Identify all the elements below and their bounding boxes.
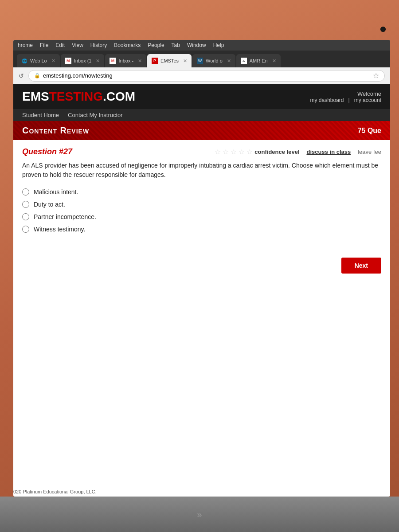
bookmark-star-icon[interactable]: ☆ <box>373 71 379 80</box>
star-1[interactable]: ☆ <box>215 148 221 156</box>
tab-amr-label: AMR En <box>250 58 268 63</box>
option-4-label: Witness testimony. <box>34 226 85 233</box>
star-2[interactable]: ☆ <box>223 148 229 156</box>
menu-file[interactable]: File <box>40 42 48 48</box>
star-4[interactable]: ☆ <box>239 148 245 156</box>
menu-edit[interactable]: Edit <box>55 42 65 48</box>
my-dashboard-link[interactable]: my dashboard <box>310 97 344 103</box>
address-url: emstesting.com/nowtesting <box>43 72 113 79</box>
camera-dot <box>380 27 386 32</box>
reload-icon[interactable]: ↺ <box>19 72 24 79</box>
logo-ems: EMS <box>22 90 49 103</box>
menu-hrome[interactable]: hrome <box>18 42 33 48</box>
logo-testing: TESTING <box>49 90 103 103</box>
tab-inbox2[interactable]: M Inbox - ✕ <box>105 54 146 67</box>
site-header: EMSTESTING.COM Welcome my dashboard | my… <box>13 84 390 109</box>
world-favicon: W <box>197 58 203 64</box>
option-2-label: Duty to act. <box>34 201 65 208</box>
question-text: An ALS provider has been accused of negl… <box>22 161 381 180</box>
answer-option-1[interactable]: Malicious intent. <box>22 188 381 196</box>
question-area: Question #27 ☆ ☆ ☆ ☆ ☆ confidence level … <box>13 140 390 253</box>
radio-2[interactable] <box>22 201 29 208</box>
menu-bookmarks[interactable]: Bookmarks <box>114 42 141 48</box>
question-count: 75 Que <box>358 127 381 135</box>
lock-icon: 🔒 <box>34 73 40 78</box>
discuss-in-class-link[interactable]: discuss in class <box>307 149 351 155</box>
logo-com: .COM <box>103 90 135 103</box>
tab-inbox1-label: Inbox (1 <box>74 58 92 63</box>
nav-student-home[interactable]: Student Home <box>22 112 59 118</box>
question-number: Question #27 <box>22 147 72 156</box>
tab-inbox2-label: Inbox - <box>118 58 133 63</box>
my-account-link[interactable]: my account <box>354 97 381 103</box>
header-links: my dashboard | my account <box>310 97 381 103</box>
tab-emste-label: EMSTes <box>160 58 179 63</box>
question-header: Question #27 ☆ ☆ ☆ ☆ ☆ confidence level … <box>22 147 381 156</box>
tab-amr-close[interactable]: ✕ <box>272 58 276 64</box>
amr-favicon: A <box>241 58 247 64</box>
taskbar-area: » <box>0 497 399 532</box>
tab-inbox1[interactable]: M Inbox (1 ✕ <box>61 54 105 67</box>
tab-world-label: World o <box>206 58 223 63</box>
site-nav: Student Home Contact My Instructor <box>13 109 390 121</box>
leave-feedback-link[interactable]: leave fee <box>358 149 381 155</box>
radio-1[interactable] <box>22 188 29 196</box>
radio-3[interactable] <box>22 213 29 220</box>
menu-tab[interactable]: Tab <box>172 42 180 48</box>
tab-emste-close[interactable]: ✕ <box>183 58 187 64</box>
menu-history[interactable]: History <box>90 42 107 48</box>
taskbar-chevron-icon: » <box>197 509 202 520</box>
confidence-label: confidence level <box>254 149 299 155</box>
emste-favicon: P <box>152 58 158 64</box>
menu-window[interactable]: Window <box>187 42 206 48</box>
answer-option-4[interactable]: Witness testimony. <box>22 226 381 233</box>
tab-world[interactable]: W World o ✕ <box>192 54 235 67</box>
menu-view[interactable]: View <box>72 42 83 48</box>
browser-screen: hrome File Edit View History Bookmarks P… <box>13 40 390 497</box>
website-content: EMSTESTING.COM Welcome my dashboard | my… <box>13 84 390 497</box>
site-footer: 020 Platinum Educational Group, LLC. <box>13 489 97 494</box>
menu-help[interactable]: Help <box>213 42 224 48</box>
star-3[interactable]: ☆ <box>231 148 237 156</box>
tab-inbox2-close[interactable]: ✕ <box>138 58 142 64</box>
star-5[interactable]: ☆ <box>246 148 253 156</box>
header-right: Welcome my dashboard | my account <box>310 90 381 103</box>
answer-option-2[interactable]: Duty to act. <box>22 201 381 208</box>
gmail-favicon-2: M <box>110 58 116 64</box>
content-review-title: Content Review <box>22 125 89 136</box>
copyright-text: 020 Platinum Educational Group, LLC. <box>13 489 97 494</box>
nav-contact-instructor[interactable]: Contact My Instructor <box>68 112 123 118</box>
tab-web-lo[interactable]: 🌐 Web Lo ✕ <box>17 54 60 67</box>
tab-world-close[interactable]: ✕ <box>227 58 231 64</box>
chrome-tab-bar: 🌐 Web Lo ✕ M Inbox (1 ✕ M Inbox - ✕ P EM… <box>13 51 390 67</box>
welcome-text: Welcome <box>310 90 381 97</box>
tab-web-lo-label: Web Lo <box>30 58 47 63</box>
header-divider: | <box>348 97 350 103</box>
gmail-favicon-1: M <box>65 58 71 64</box>
tab-inbox1-close[interactable]: ✕ <box>96 58 100 64</box>
answer-option-3[interactable]: Partner incompetence. <box>22 213 381 220</box>
chrome-address-bar: ↺ 🔒 emstesting.com/nowtesting ☆ <box>13 67 390 84</box>
confidence-stars[interactable]: ☆ ☆ ☆ ☆ ☆ confidence level <box>215 148 299 156</box>
menu-people[interactable]: People <box>148 42 164 48</box>
radio-4[interactable] <box>22 226 29 233</box>
question-meta: ☆ ☆ ☆ ☆ ☆ confidence level discuss in cl… <box>215 148 381 156</box>
option-3-label: Partner incompetence. <box>34 213 96 220</box>
tab-emste[interactable]: P EMSTes ✕ <box>147 54 192 67</box>
answer-options: Malicious intent. Duty to act. Partner i… <box>22 188 381 233</box>
chrome-menu-bar: hrome File Edit View History Bookmarks P… <box>13 40 390 51</box>
tab-amr[interactable]: A AMR En ✕ <box>236 54 281 67</box>
tab-web-lo-close[interactable]: ✕ <box>51 58 55 64</box>
next-button[interactable]: Next <box>341 258 381 274</box>
address-bar-input[interactable]: 🔒 emstesting.com/nowtesting ☆ <box>28 70 385 82</box>
site-logo: EMSTESTING.COM <box>22 90 135 104</box>
content-review-header: Content Review 75 Que <box>13 121 390 140</box>
next-btn-container: Next <box>13 253 390 282</box>
web-favicon: 🌐 <box>21 58 27 64</box>
option-1-label: Malicious intent. <box>34 188 78 196</box>
